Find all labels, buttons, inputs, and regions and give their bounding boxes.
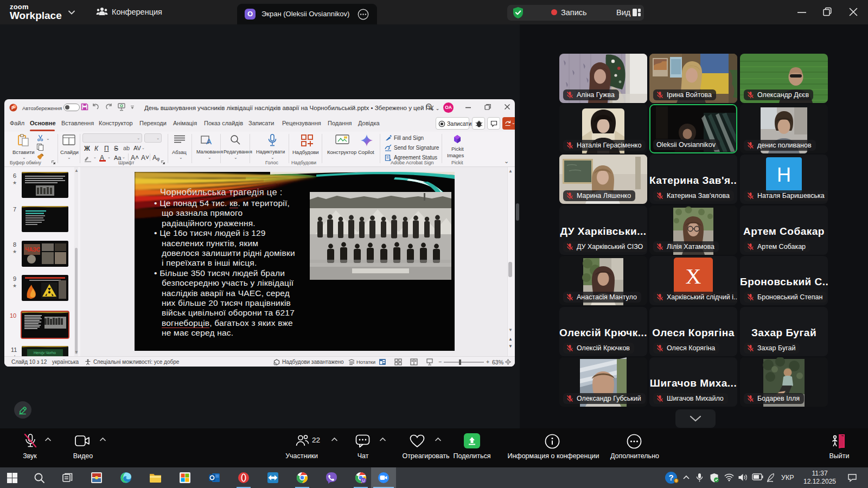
svg-text:A: A xyxy=(206,137,212,146)
svg-text:P: P xyxy=(11,105,15,111)
svg-text:Herojv Чorho: Herojv Чorho xyxy=(34,351,56,355)
svg-text:ЧАЭС: ЧАЭС xyxy=(25,247,40,253)
svg-text:U: U xyxy=(362,479,365,483)
